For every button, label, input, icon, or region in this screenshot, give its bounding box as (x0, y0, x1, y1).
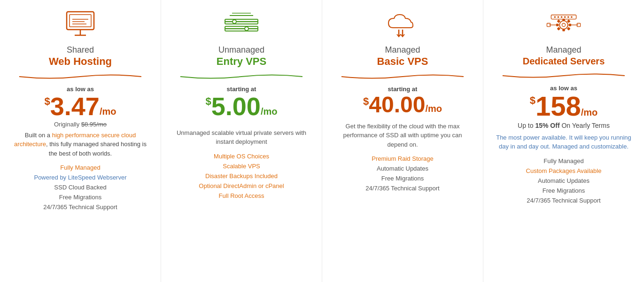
price-mo-dedicated: /mo (581, 108, 598, 117)
price-dollar-vps-entry: $ (206, 96, 211, 107)
svg-point-39 (571, 16, 573, 18)
plans-container: Shared Web Hosting as low as $ 3.47 /mo … (0, 0, 644, 282)
price-label-basic-vps: starting at (388, 86, 418, 93)
plan-title-line1-vps-entry: Unmanaged (218, 45, 264, 55)
features-list-shared: Fully Managed Powered by LiteSpeed Webse… (9, 163, 151, 212)
feature-item: Free Migrations (332, 173, 473, 183)
feature-item: Automatic Updates (493, 176, 635, 186)
plan-title-line1-basic-vps: Managed (385, 45, 420, 55)
price-mo-vps-entry: /mo (261, 107, 278, 116)
svg-point-20 (562, 23, 565, 26)
plan-shared: Shared Web Hosting as low as $ 3.47 /mo … (0, 0, 161, 282)
feature-item: 24/7/365 Technical Support (332, 183, 473, 193)
price-main-vps-entry: $ 5.00 /mo (206, 94, 278, 119)
svg-point-13 (245, 27, 248, 31)
price-main-dedicated: $ 158 /mo (530, 93, 598, 120)
price-original-shared: Originally $8.95/mo (54, 121, 107, 128)
plan-icon-shared (62, 8, 99, 41)
feature-item: 24/7/365 Technical Support (493, 196, 635, 205)
plan-desc-shared: Built on a high performance secure cloud… (9, 131, 151, 158)
up-to-text: Up to 15% Off On Yearly Terms (518, 122, 610, 129)
price-dollar-basic-vps: $ (363, 96, 369, 107)
price-main-basic-vps: $ 40.00 /mo (363, 94, 442, 116)
feature-item: Full Root Access (171, 191, 312, 201)
price-dollar-shared: $ (45, 96, 50, 107)
plan-title-line2-shared: Web Hosting (49, 55, 112, 68)
price-label-shared: as low as (67, 86, 94, 93)
plan-desc-vps-entry: Unmanaged scalable virtual private serve… (171, 128, 312, 147)
svg-rect-1 (70, 15, 91, 27)
feature-item: Automatic Updates (332, 164, 473, 173)
plan-entry-vps: Unmanaged Entry VPS starting at $ 5.00 /… (161, 0, 322, 282)
price-number-dedicated: 158 (535, 93, 581, 120)
svg-point-38 (567, 16, 569, 18)
price-main-shared: $ 3.47 /mo (45, 94, 116, 119)
feature-item: Disaster Backups Included (171, 171, 312, 181)
features-list-vps-entry: Multiple OS Choices Scalable VPS Disaste… (171, 151, 312, 201)
feature-item: Optional DirectAdmin or cPanel (171, 181, 312, 191)
price-mo-shared: /mo (100, 107, 116, 116)
feature-item: Multiple OS Choices (171, 151, 312, 161)
plan-desc-basic-vps: Get the flexibility of the cloud with th… (332, 122, 473, 149)
price-mo-basic-vps: /mo (425, 104, 442, 113)
plan-title-line2-vps-entry: Entry VPS (217, 55, 266, 68)
feature-item: Fully Managed (9, 163, 151, 172)
plan-basic-vps: Managed Basic VPS starting at $ 40.00 /m… (322, 0, 483, 282)
svg-point-37 (564, 16, 566, 18)
features-list-dedicated: Fully Managed Custom Packages Available … (493, 156, 635, 205)
feature-item: Powered by LiteSpeed Webserver (9, 172, 151, 182)
plan-title-line1-dedicated: Managed (546, 45, 581, 55)
feature-item: 24/7/365 Technical Support (9, 202, 151, 212)
plan-dedicated: Managed Dedicated Servers as low as $ 15… (483, 0, 644, 282)
plan-icon-basic-vps (384, 8, 421, 41)
plan-title-line1-shared: Shared (67, 45, 94, 55)
plan-icon-entry-vps (223, 8, 260, 41)
svg-point-36 (561, 16, 563, 18)
divider-shared (16, 73, 144, 80)
feature-item: Free Migrations (9, 192, 151, 202)
svg-rect-22 (562, 29, 565, 31)
features-list-basic-vps: Premium Raid Storage Automatic Updates F… (332, 154, 473, 193)
svg-point-10 (233, 20, 236, 24)
price-number-shared: 3.47 (50, 94, 100, 119)
plan-desc-dedicated: The most power available. It will keep y… (493, 133, 635, 151)
price-number-vps-entry: 5.00 (211, 94, 261, 119)
price-number-basic-vps: 40.00 (369, 94, 425, 116)
feature-item: Custom Packages Available (493, 166, 635, 176)
divider-dedicated (500, 72, 628, 79)
feature-item: Scalable VPS (171, 161, 312, 171)
feature-item: Premium Raid Storage (332, 154, 473, 164)
feature-item: Free Migrations (493, 186, 635, 196)
plan-title-line2-dedicated: Dedicated Servers (523, 55, 605, 67)
price-label-vps-entry: starting at (227, 86, 256, 93)
feature-item: Fully Managed (493, 156, 635, 166)
plan-title-line2-basic-vps: Basic VPS (377, 55, 428, 68)
divider-vps-entry (178, 73, 305, 80)
svg-point-34 (554, 16, 556, 18)
divider-basic-vps (339, 73, 466, 80)
svg-point-19 (559, 21, 568, 29)
svg-point-35 (558, 16, 559, 18)
feature-item: SSD Cloud Backed (9, 182, 151, 192)
plan-icon-dedicated (545, 8, 582, 41)
price-dollar-dedicated: $ (530, 95, 535, 106)
